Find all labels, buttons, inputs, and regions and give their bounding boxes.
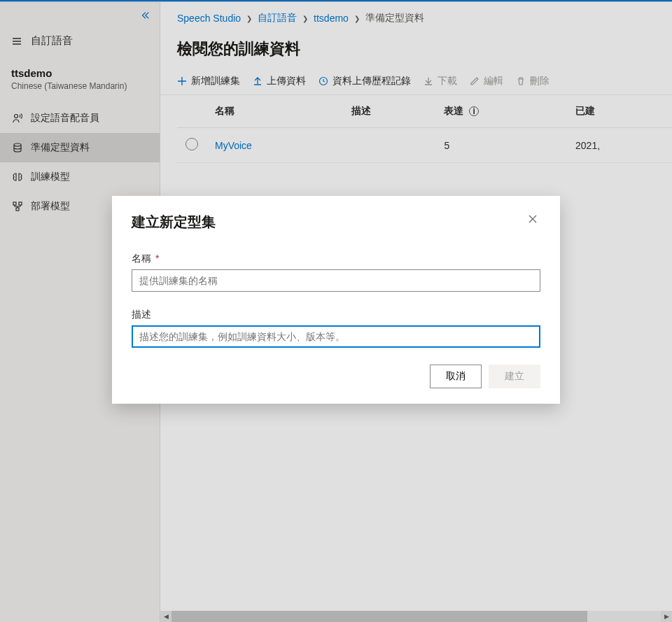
- required-indicator: *: [155, 253, 159, 264]
- create-training-set-dialog: 建立新定型集 名稱 * 描述 取消 建立: [112, 196, 560, 404]
- name-input[interactable]: [132, 269, 540, 292]
- name-label: 名稱: [132, 253, 151, 264]
- desc-input[interactable]: [132, 325, 540, 348]
- desc-field: 描述: [132, 309, 540, 348]
- desc-label: 描述: [132, 309, 151, 320]
- modal-overlay[interactable]: 建立新定型集 名稱 * 描述 取消 建立: [0, 0, 672, 622]
- create-button: 建立: [489, 365, 540, 388]
- name-field: 名稱 *: [132, 253, 540, 292]
- close-icon[interactable]: [525, 213, 540, 225]
- dialog-title: 建立新定型集: [132, 213, 216, 232]
- cancel-button[interactable]: 取消: [430, 365, 482, 388]
